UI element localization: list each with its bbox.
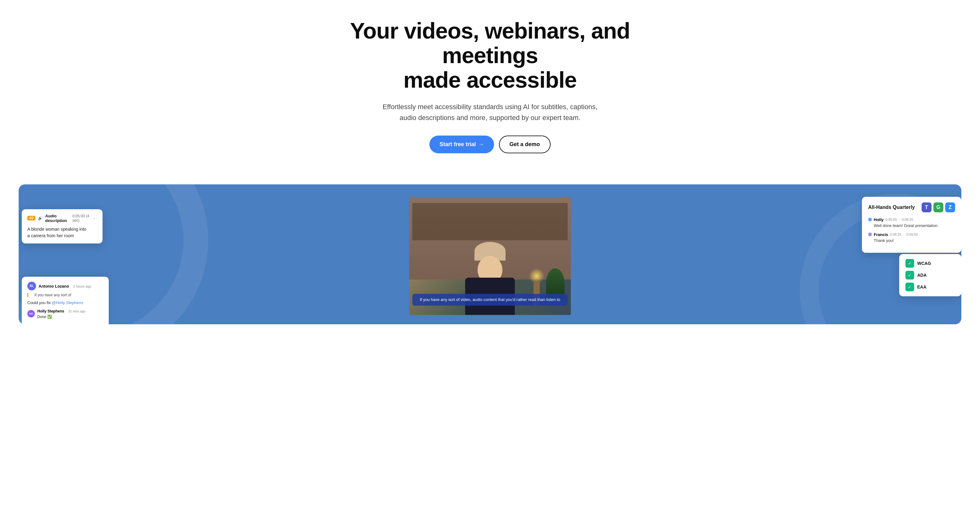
- demo-inner: AD 🔊 Audio description 0:05:00 (4 sec) ·…: [31, 197, 949, 315]
- comment-user: AL Antonio Lozano 2 hours ago: [27, 282, 103, 290]
- hero-title: Your videos, webinars, and meetings made…: [341, 19, 639, 92]
- transcript-item-francis: Francis 0:08:25 - 0:09:50 Thank you!: [868, 232, 955, 243]
- comment-mention: @Holly Stephens: [52, 300, 83, 305]
- audio-desc-text: A blonde woman speaking into a camera fr…: [27, 226, 97, 239]
- cta-buttons: Start free trial → Get a demo: [341, 135, 639, 153]
- compliance-card: ✓ WCAG ✓ ADA ✓ EAA: [899, 254, 961, 296]
- comment-text: Could you fix @Holly Stephens: [27, 300, 103, 305]
- audio-description-card: AD 🔊 Audio description 0:05:00 (4 sec) ·…: [22, 209, 103, 244]
- commenter-name: Antonio Lozano: [38, 284, 69, 288]
- audio-desc-header: AD 🔊 Audio description 0:05:00 (4 sec) ·…: [27, 213, 97, 223]
- transcript-item-holly: Holly 0:05:00 - 0:08:25 Well done team! …: [868, 217, 955, 228]
- meeting-transcript-card: All-Hands Quarterly T G Z Holly 0:05:00 …: [862, 197, 961, 253]
- audio-desc-menu[interactable]: ···: [93, 215, 97, 221]
- caption-bar: If you have any sort of video, audio con…: [412, 294, 568, 306]
- francis-dot: [868, 233, 872, 236]
- video-frame: If you have any sort of video, audio con…: [409, 197, 571, 315]
- meeting-title: All-Hands Quarterly: [868, 205, 915, 210]
- francis-text: Thank you!: [868, 238, 955, 243]
- ada-label: ADA: [917, 272, 927, 278]
- teams-icon: T: [921, 202, 932, 212]
- comment-time: 2 hours ago: [73, 285, 91, 288]
- hero-subtitle: Effortlessly meet accessibility standard…: [374, 101, 606, 123]
- eaa-label: EAA: [917, 285, 927, 290]
- speaker-icon: 🔊: [38, 216, 43, 221]
- google-meet-icon: G: [933, 202, 943, 212]
- transcript-user-holly: Holly 0:05:00 - 0:08:25: [868, 217, 955, 222]
- meeting-header: All-Hands Quarterly T G Z: [868, 202, 955, 212]
- compliance-wcag: ✓ WCAG: [905, 259, 955, 268]
- room-shelf: [412, 203, 568, 241]
- compliance-ada: ✓ ADA: [905, 271, 955, 279]
- start-trial-button[interactable]: Start free trial →: [430, 135, 494, 153]
- reply-time: 32 mins ago: [68, 310, 85, 313]
- hero-section: Your videos, webinars, and meetings made…: [335, 0, 645, 184]
- reply-name: Holly Stephens: [37, 309, 64, 314]
- transcript-user-francis: Francis 0:08:25 - 0:09:50: [868, 232, 955, 237]
- reply-text: Done ✅: [37, 315, 52, 319]
- holly-dot: [868, 218, 872, 221]
- comment-quote: If you have any sort of: [27, 293, 103, 297]
- wcag-label: WCAG: [917, 261, 931, 266]
- comment-reply: HS Holly Stephens 32 mins ago Done ✅: [27, 308, 103, 319]
- ad-badge: AD: [27, 216, 35, 220]
- holly-text: Well done team! Great presentation.: [868, 223, 955, 228]
- reply-avatar: HS: [27, 310, 35, 317]
- comment-card: AL Antonio Lozano 2 hours ago If you hav…: [22, 277, 109, 324]
- francis-name: Francis: [874, 232, 888, 237]
- compliance-eaa: ✓ EAA: [905, 283, 955, 292]
- meeting-platform-icons: T G Z: [921, 202, 955, 212]
- audio-desc-title: Audio description: [45, 213, 70, 223]
- ada-check: ✓: [905, 271, 914, 279]
- wcag-check: ✓: [905, 259, 914, 268]
- demo-section: AD 🔊 Audio description 0:05:00 (4 sec) ·…: [19, 184, 961, 324]
- get-demo-button[interactable]: Get a demo: [499, 135, 550, 153]
- zoom-icon: Z: [945, 202, 955, 212]
- audio-desc-time: 0:05:00 (4 sec): [72, 214, 91, 223]
- holly-name: Holly: [874, 217, 884, 222]
- commenter-avatar: AL: [27, 282, 36, 290]
- holly-timerange: 0:05:00 - 0:08:25: [886, 218, 913, 221]
- eaa-check: ✓: [905, 283, 914, 292]
- francis-timerange: 0:08:25 - 0:09:50: [890, 233, 918, 236]
